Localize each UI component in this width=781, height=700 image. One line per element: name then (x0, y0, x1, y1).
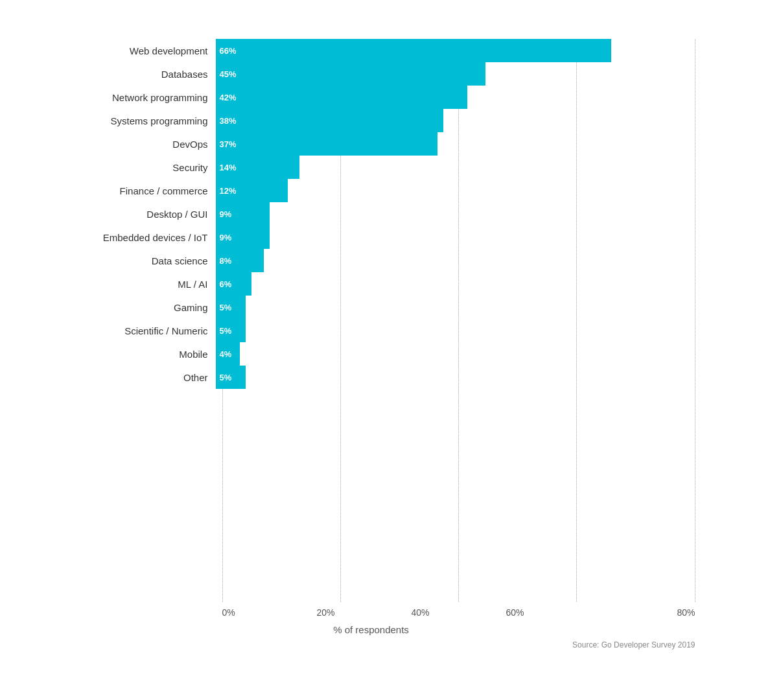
bar-pct-label: 38% (216, 116, 237, 126)
bar-fill: 66% (216, 39, 612, 62)
bar-label: Mobile (47, 349, 216, 360)
bar-row: ML / AI6% (47, 272, 695, 296)
bar-label: Network programming (47, 92, 216, 103)
bar-row: Embedded devices / IoT9% (47, 226, 695, 249)
bar-pct-label: 5% (216, 373, 232, 382)
bar-row: Security14% (47, 156, 695, 179)
bars-section: Web development66%Databases45%Network pr… (47, 39, 695, 602)
bar-label: Web development (47, 45, 216, 56)
bar-pct-label: 4% (216, 349, 232, 359)
bar-pct-label: 37% (216, 139, 237, 149)
bar-pct-label: 8% (216, 256, 232, 266)
bar-track: 5% (216, 366, 695, 389)
bar-row: Data science8% (47, 249, 695, 272)
bar-label: Gaming (47, 302, 216, 313)
bar-label: Security (47, 162, 216, 173)
bar-pct-label: 9% (216, 233, 232, 242)
bar-pct-label: 45% (216, 69, 237, 79)
bar-pct-label: 14% (216, 163, 237, 172)
bar-pct-label: 12% (216, 186, 237, 196)
bar-track: 9% (216, 202, 695, 226)
bar-row: Mobile4% (47, 342, 695, 366)
bars-wrapper: Web development66%Databases45%Network pr… (47, 39, 695, 389)
bar-fill: 6% (216, 272, 252, 296)
bar-pct-label: 6% (216, 279, 232, 289)
bar-fill: 5% (216, 366, 246, 389)
bar-row: Scientific / Numeric5% (47, 319, 695, 342)
bar-label: Desktop / GUI (47, 209, 216, 220)
bar-row: Network programming42% (47, 86, 695, 109)
bar-track: 42% (216, 86, 695, 109)
bar-fill: 14% (216, 156, 300, 179)
bar-pct-label: 42% (216, 93, 237, 102)
bar-fill: 8% (216, 249, 264, 272)
bar-track: 66% (216, 39, 695, 62)
bar-row: Systems programming38% (47, 109, 695, 132)
bar-fill: 12% (216, 179, 288, 202)
bar-label: Scientific / Numeric (47, 325, 216, 336)
bar-pct-label: 5% (216, 303, 232, 312)
bar-fill: 37% (216, 132, 437, 156)
bar-fill: 42% (216, 86, 468, 109)
bar-track: 45% (216, 62, 695, 86)
bar-track: 38% (216, 109, 695, 132)
chart-container: Web development66%Databases45%Network pr… (34, 19, 747, 681)
bar-track: 4% (216, 342, 695, 366)
bar-pct-label: 9% (216, 209, 232, 219)
bar-track: 5% (216, 319, 695, 342)
bar-track: 9% (216, 226, 695, 249)
bar-label: Systems programming (47, 115, 216, 126)
bar-label: Databases (47, 69, 216, 80)
x-tick: 80% (601, 607, 695, 618)
x-tick: 20% (317, 607, 412, 618)
x-tick: 0% (222, 607, 317, 618)
bar-label: Finance / commerce (47, 185, 216, 196)
bar-fill: 38% (216, 109, 444, 132)
bar-pct-label: 66% (216, 46, 237, 56)
chart-area: Web development66%Databases45%Network pr… (47, 39, 695, 635)
bar-pct-label: 5% (216, 326, 232, 336)
bar-track: 14% (216, 156, 695, 179)
bar-label: Data science (47, 255, 216, 266)
bar-fill: 9% (216, 202, 270, 226)
bar-row: Desktop / GUI9% (47, 202, 695, 226)
bar-row: Finance / commerce12% (47, 179, 695, 202)
x-tick: 40% (412, 607, 506, 618)
x-axis-label: % of respondents (47, 624, 695, 635)
bar-label: DevOps (47, 139, 216, 150)
bar-row: Web development66% (47, 39, 695, 62)
bar-row: Databases45% (47, 62, 695, 86)
bar-label: Other (47, 372, 216, 383)
bar-row: Gaming5% (47, 296, 695, 319)
bar-fill: 4% (216, 342, 240, 366)
bar-fill: 5% (216, 319, 246, 342)
bar-fill: 45% (216, 62, 485, 86)
bar-fill: 5% (216, 296, 246, 319)
bar-track: 37% (216, 132, 695, 156)
bar-track: 12% (216, 179, 695, 202)
bar-row: Other5% (47, 366, 695, 389)
bar-track: 6% (216, 272, 695, 296)
x-axis: 0%20%40%60%80% (222, 607, 695, 618)
bar-fill: 9% (216, 226, 270, 249)
bar-track: 5% (216, 296, 695, 319)
bar-label: Embedded devices / IoT (47, 232, 216, 243)
bar-track: 8% (216, 249, 695, 272)
bar-label: ML / AI (47, 279, 216, 290)
bar-row: DevOps37% (47, 132, 695, 156)
source-note: Source: Go Developer Survey 2019 (47, 640, 695, 649)
x-tick: 60% (506, 607, 601, 618)
